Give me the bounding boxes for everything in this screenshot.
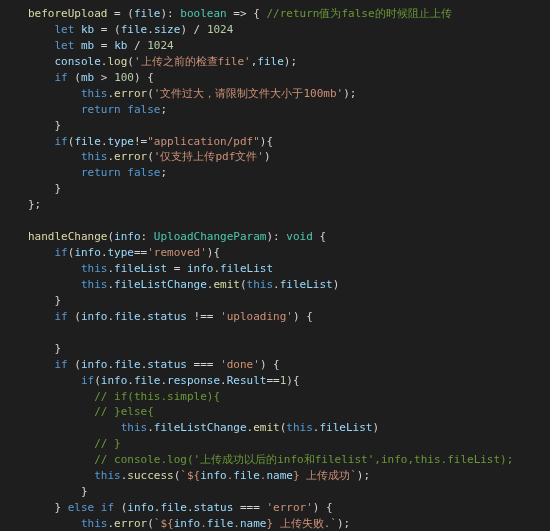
code-line: if (info.file.status !== 'uploading') { xyxy=(28,310,313,323)
code-line: } xyxy=(28,119,61,132)
code-line: // }else{ xyxy=(28,405,154,418)
code-line: this.fileListChange.emit(this.fileList) xyxy=(28,278,339,291)
code-line: if (mb > 100) { xyxy=(28,71,154,84)
code-line: let mb = kb / 1024 xyxy=(28,39,174,52)
code-line: } else if (info.file.status === 'error')… xyxy=(28,501,333,514)
code-line: console.log('上传之前的检查file',file); xyxy=(28,55,297,68)
code-line: this.fileList = info.fileList xyxy=(28,262,273,275)
code-line: // console.log('上传成功以后的info和filelist',in… xyxy=(28,453,513,466)
code-line: handleChange(info: UploadChangeParam): v… xyxy=(28,230,326,243)
code-line: if(info.type=='removed'){ xyxy=(28,246,220,259)
code-line: return false; xyxy=(28,166,167,179)
code-line: this.fileListChange.emit(this.fileList) xyxy=(28,421,379,434)
code-line: beforeUpload = (file): boolean => { //re… xyxy=(28,7,452,20)
code-line: } xyxy=(28,294,61,307)
code-line: if (info.file.status === 'done') { xyxy=(28,358,280,371)
code-line: } xyxy=(28,182,61,195)
code-line: this.error('文件过大，请限制文件大小于100mb'); xyxy=(28,87,356,100)
code-line: }; xyxy=(28,198,41,211)
code-editor[interactable]: beforeUpload = (file): boolean => { //re… xyxy=(0,0,550,531)
code-line: } xyxy=(28,485,88,498)
code-line: this.error(`${info.file.name} 上传失败.`); xyxy=(28,517,350,530)
code-line: if(file.type!="application/pdf"){ xyxy=(28,135,273,148)
code-line: if(info.file.response.Result==1){ xyxy=(28,374,300,387)
code-line: } xyxy=(28,342,61,355)
code-line: let kb = (file.size) / 1024 xyxy=(28,23,233,36)
code-line: return false; xyxy=(28,103,167,116)
code-line: // if(this.simple){ xyxy=(28,390,220,403)
code-line: // } xyxy=(28,437,121,450)
code-line: this.error('仅支持上传pdf文件') xyxy=(28,150,271,163)
code-line: this.success(`${info.file.name} 上传成功`); xyxy=(28,469,370,482)
